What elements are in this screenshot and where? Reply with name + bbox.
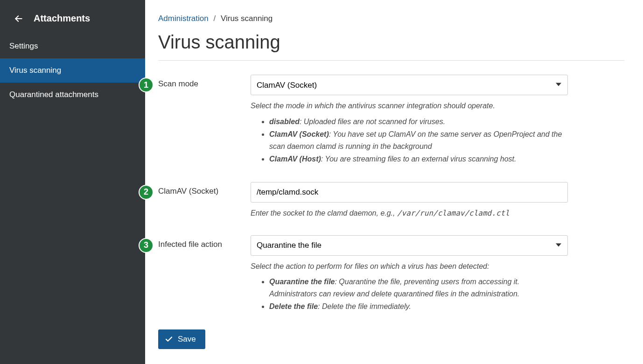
form-row-clamav-socket: 2 ClamAV (Socket) Enter the socket to th… (158, 182, 624, 219)
clamav-socket-input[interactable] (251, 182, 568, 203)
help-intro: Select the mode in which the antivirus s… (251, 102, 495, 110)
help-item-key: disabled (269, 118, 300, 126)
sidebar-header: Attachments (0, 0, 145, 34)
help-prefix: Enter the socket to the clamd daemon, e.… (251, 209, 397, 217)
help-list: disabled: Uploaded files are not scanned… (251, 116, 568, 165)
field-label: 2 ClamAV (Socket) (158, 182, 251, 196)
help-list: Quarantine the file: Quarantine the file… (251, 276, 568, 313)
sidebar-item-label: Settings (9, 42, 38, 50)
help-intro: Select the action to perform for files o… (251, 262, 489, 270)
sidebar-item-virus-scanning[interactable]: Virus scanning (0, 58, 145, 83)
field-help: Select the action to perform for files o… (251, 260, 568, 313)
field-help: Enter the socket to the clamd daemon, e.… (251, 207, 568, 219)
label-text: Infected file action (158, 240, 222, 249)
label-text: ClamAV (Socket) (158, 187, 218, 196)
annotation-badge-3: 3 (139, 238, 154, 253)
help-item: ClamAV (Socket): You have set up ClamAV … (269, 128, 568, 152)
help-item: Delete the file: Delete the file immedia… (269, 301, 568, 313)
help-item-text: : You are streaming files to an external… (321, 155, 517, 163)
form-row-infected-action: 3 Infected file action Quarantine the fi… (158, 235, 624, 314)
help-item-key: ClamAV (Host) (269, 155, 321, 163)
main-content: Administration / Virus scanning Virus sc… (145, 0, 643, 364)
scan-mode-select[interactable]: ClamAV (Socket) (251, 75, 568, 95)
page-title: Virus scanning (158, 32, 624, 61)
sidebar-item-settings[interactable]: Settings (0, 34, 145, 58)
sidebar: Attachments Settings Virus scanning Quar… (0, 0, 145, 364)
label-text: Scan mode (158, 79, 198, 88)
save-button[interactable]: Save (158, 329, 205, 349)
help-item-key: Delete the file (269, 302, 318, 310)
annotation-badge-2: 2 (139, 185, 154, 200)
sidebar-item-label: Quarantined attachments (9, 90, 98, 99)
help-item-text: : Uploaded files are not scanned for vir… (300, 118, 445, 126)
save-button-label: Save (178, 335, 196, 344)
help-item-key: Quarantine the file (269, 278, 335, 286)
check-icon (165, 335, 173, 343)
help-item: ClamAV (Host): You are streaming files t… (269, 153, 568, 165)
help-item: disabled: Uploaded files are not scanned… (269, 116, 568, 128)
form-row-scan-mode: 1 Scan mode ClamAV (Socket) Select the m… (158, 75, 624, 166)
annotation-badge-1: 1 (139, 77, 154, 92)
breadcrumb-current: Virus scanning (221, 14, 273, 23)
breadcrumb-root-link[interactable]: Administration (158, 14, 209, 23)
breadcrumb-separator: / (213, 14, 216, 23)
help-example: /var/run/clamav/clamd.ctl (397, 209, 510, 217)
sidebar-title: Attachments (34, 13, 90, 24)
help-item: Quarantine the file: Quarantine the file… (269, 276, 568, 300)
sidebar-item-label: Virus scanning (9, 66, 61, 75)
back-arrow-icon[interactable] (14, 14, 23, 23)
field-label: 3 Infected file action (158, 235, 251, 249)
help-item-key: ClamAV (Socket) (269, 130, 329, 138)
infected-action-select[interactable]: Quarantine the file (251, 235, 568, 256)
field-label: 1 Scan mode (158, 75, 251, 89)
sidebar-item-quarantined-attachments[interactable]: Quarantined attachments (0, 83, 145, 107)
field-help: Select the mode in which the antivirus s… (251, 100, 568, 165)
breadcrumb: Administration / Virus scanning (158, 14, 624, 23)
help-item-text: : Delete the file immediately. (318, 302, 411, 310)
